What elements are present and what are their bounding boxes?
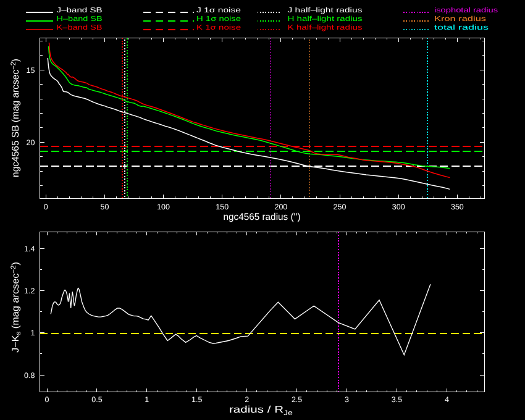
svg-text:0: 0 [45, 395, 49, 404]
svg-text:250: 250 [334, 203, 346, 211]
svg-text:H–band SB: H–band SB [57, 15, 103, 23]
svg-text:K–band SB: K–band SB [57, 24, 103, 32]
svg-text:3.5: 3.5 [392, 395, 402, 404]
svg-text:300: 300 [392, 203, 405, 211]
svg-text:50: 50 [100, 203, 109, 211]
svg-text:2: 2 [245, 395, 249, 404]
svg-text:J 1σ noise: J 1σ noise [196, 7, 241, 14]
svg-text:100: 100 [157, 203, 170, 211]
svg-text:K 1σ noise: K 1σ noise [196, 24, 241, 32]
svg-text:H 1σ noise: H 1σ noise [196, 15, 241, 23]
svg-text:Kron radius: Kron radius [434, 15, 486, 23]
svg-text:total radius: total radius [434, 24, 489, 32]
svg-text:0: 0 [44, 203, 48, 211]
svg-text:2.5: 2.5 [292, 395, 302, 404]
svg-text:K half–light radius: K half–light radius [288, 24, 363, 32]
svg-text:J half–light radius: J half–light radius [288, 7, 363, 14]
svg-text:H half–light radius: H half–light radius [288, 15, 363, 23]
svg-text:20: 20 [27, 138, 35, 147]
svg-text:ngc4565 radius (''): ngc4565 radius ('') [224, 212, 301, 222]
svg-text:3: 3 [345, 395, 349, 404]
svg-text:0.8: 0.8 [24, 371, 35, 380]
svg-text:isophotal radius: isophotal radius [434, 7, 498, 14]
svg-text:0.5: 0.5 [91, 395, 102, 404]
svg-text:200: 200 [274, 203, 287, 211]
svg-text:1: 1 [31, 329, 35, 337]
svg-text:J–band SB: J–band SB [57, 7, 103, 14]
svg-text:15: 15 [27, 66, 35, 75]
svg-text:ngc4565 SB (mag arcsec−2): ngc4565 SB (mag arcsec−2) [10, 59, 21, 177]
svg-text:350: 350 [451, 203, 464, 211]
svg-text:J−Ks (mag arcsec−2): J−Ks (mag arcsec−2) [10, 262, 22, 353]
svg-text:4: 4 [445, 395, 449, 404]
svg-text:1.4: 1.4 [24, 245, 35, 253]
svg-text:150: 150 [216, 203, 229, 211]
svg-text:1.2: 1.2 [24, 287, 35, 295]
svg-text:1.5: 1.5 [191, 395, 202, 404]
svg-text:1: 1 [145, 395, 149, 404]
